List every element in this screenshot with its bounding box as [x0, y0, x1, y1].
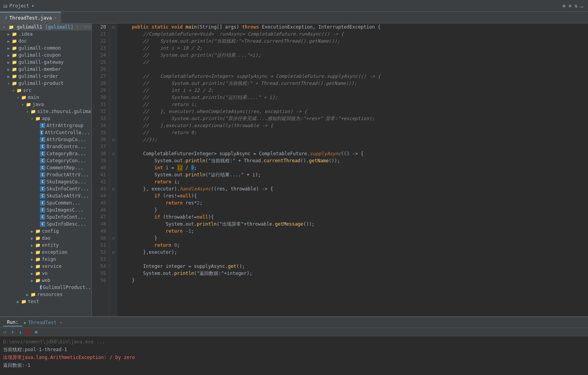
sidebar-item-product[interactable]: ▾ 📁 gulimall-product	[0, 80, 92, 87]
sidebar-item-gulimallproduct[interactable]: ▶ C GulimallProduct...	[0, 284, 92, 291]
sidebar-item-attrgroupco[interactable]: ▶ C AttrGroupCo...	[0, 136, 92, 143]
sidebar-item-doc[interactable]: ▶ 📁 doc	[0, 38, 92, 45]
sidebar-item-skuimagesco[interactable]: ▶ C SkuImagesCo...	[0, 178, 92, 185]
sidebar-item-skusaleattrv[interactable]: ▶ C SkuSaleAttrV...	[0, 192, 92, 199]
java-arrow: ▾	[20, 102, 25, 107]
sidebar-item-test[interactable]: ▶ 📁 test	[0, 298, 92, 305]
tab-close-button[interactable]: ✕	[54, 16, 56, 20]
vo-arrow: ▶	[30, 271, 34, 276]
sidebar-item-app[interactable]: ▾ 📁 app	[0, 115, 92, 122]
vo-folder-icon: 📁	[35, 271, 41, 276]
code-line-21: //CompletableFuture<Void> runAsync= Comp…	[120, 31, 585, 38]
sidebar-item-src[interactable]: ▾ 📁 src	[0, 87, 92, 94]
sidebar-item-entity[interactable]: ▶ 📁 entity	[0, 242, 92, 249]
fold-48	[110, 221, 117, 228]
class-icon-categorycon: C	[40, 158, 45, 163]
run-tab-close[interactable]: ✕	[59, 320, 62, 325]
ln-34: 34	[95, 122, 106, 129]
sidebar-item-categorybra[interactable]: ▶ C CategoryBra...	[0, 150, 92, 157]
tab-run[interactable]: Run:	[3, 319, 22, 327]
app-arrow: ▾	[30, 116, 34, 121]
sidebar-item-spuimagesc[interactable]: ▶ C SpuImagesC...	[0, 206, 92, 214]
sidebar-item-java[interactable]: ▾ 📁 java	[0, 101, 92, 108]
sidebar-item-main[interactable]: ▾ 📁 main	[0, 94, 92, 101]
code-line-37	[120, 143, 585, 150]
sidebar-item-vo[interactable]: ▶ 📁 vo	[0, 270, 92, 277]
order-label: gulimall-order	[18, 74, 58, 79]
run-toolbar: ↺ ↑ ↓ ■ ≡	[0, 328, 588, 336]
fold-56	[110, 277, 117, 284]
ln-35: 35	[95, 129, 106, 136]
class-icon-spuinfocont: C	[40, 214, 45, 220]
sidebar-item-attrcontroller[interactable]: ▶ C AttrControlle...	[0, 129, 92, 136]
idea-label: .idea	[18, 31, 32, 37]
code-line-27: // CompletableFuture<Integer> supplyAsyn…	[120, 73, 585, 80]
stop-button[interactable]: ■	[25, 329, 31, 335]
sidebar-item-order[interactable]: ▶ 📁 gulimall-order	[0, 73, 92, 80]
fold-20[interactable]: ⊟	[110, 23, 117, 31]
fold-52[interactable]: ⊟	[110, 249, 117, 256]
tab-threadtest[interactable]: J ThreadTest.java ✕	[0, 12, 61, 23]
menu-icon[interactable]: …	[581, 3, 583, 9]
sidebar-item-gateway[interactable]: ▶ 📁 gulimall-gateway	[0, 59, 92, 66]
sidebar-item-brandcontro[interactable]: ▶ C BrandContro...	[0, 143, 92, 150]
sidebar-item-spucommen[interactable]: ▶ C SpuCommen...	[0, 199, 92, 206]
fold-50[interactable]: ⊟	[110, 235, 117, 242]
sidebar-item-attratrgroup[interactable]: ▶ C AttrAttrgroup	[0, 122, 92, 129]
class-icon-spuinfodesc: C	[40, 221, 45, 227]
sidebar-item-categorycon[interactable]: ▶ C CategoryCon...	[0, 157, 92, 164]
ln-46: 46	[95, 206, 106, 214]
dropdown-arrow[interactable]: ▾	[32, 3, 34, 9]
code-line-42: return i;	[120, 178, 585, 185]
sidebar-item-spuinfocont[interactable]: ▶ C SpuInfoCont...	[0, 214, 92, 221]
sidebar-item-coupon[interactable]: ▶ 📁 gulimall-coupon	[0, 52, 92, 59]
scroll-down-button[interactable]: ↓	[17, 329, 23, 335]
web-folder-icon: 📁	[35, 278, 41, 283]
sidebar-item-commentrep[interactable]: ▶ C CommentRep...	[0, 164, 92, 171]
sidebar-item-dao[interactable]: ▶ 📁 dao	[0, 235, 92, 242]
code-line-36: //});	[120, 136, 585, 143]
settings-button[interactable]: ≡	[33, 329, 39, 335]
code-line-51: return 0;	[120, 242, 585, 249]
sidebar-item-spuinfodesc[interactable]: ▶ C SpuInfoDesc...	[0, 221, 92, 228]
ln-24: 24	[95, 52, 106, 59]
skuinfocontr-label: SkuInfoContr...	[47, 186, 89, 192]
sidebar-item-resources[interactable]: ▶ 📁 resources	[0, 291, 92, 298]
rerun-button[interactable]: ↺	[2, 329, 8, 335]
fold-38[interactable]: ⊟	[110, 150, 117, 157]
code-line-41: System.out.println("运行结果...." + i);	[120, 171, 585, 178]
sidebar-item-productattrv[interactable]: ▶ C ProductAttrV...	[0, 171, 92, 178]
list-icon[interactable]: ≡	[568, 3, 571, 9]
vo-label: vo	[42, 271, 47, 276]
settings-icon[interactable]: ⚙	[563, 3, 565, 9]
sidebar-item-config[interactable]: ▶ 📁 config	[0, 228, 92, 235]
sidebar-root[interactable]: ▾ 📁 gulimall1 [gulimall] C:\Users\eri...	[0, 23, 92, 31]
sidebar-item-exception[interactable]: ▶ 📁 exception	[0, 249, 92, 256]
fold-36[interactable]: ⊟	[110, 136, 117, 143]
sidebar-item-skuinfocontr[interactable]: ▶ C SkuInfoContr...	[0, 185, 92, 192]
code-lines[interactable]: public static void main(String[] args) t…	[117, 23, 588, 316]
fold-35	[110, 129, 117, 136]
sidebar-item-idea[interactable]: ▶ 📁 .idea	[0, 31, 92, 38]
attratrgroup-label: AttrAttrgroup	[47, 123, 83, 128]
sidebar-item-service[interactable]: ▶ 📁 service	[0, 263, 92, 270]
sidebar-item-web[interactable]: ▶ 📁 web	[0, 277, 92, 284]
site-arrow: ▾	[25, 109, 30, 114]
scroll-up-button[interactable]: ↑	[9, 329, 16, 335]
console-line-1: 当前线程:pool-1-thread-1	[3, 346, 585, 353]
sidebar-item-feign[interactable]: ▶ 📁 feign	[0, 256, 92, 263]
code-line-39: System.out.println("当前线程:" + Thread.curr…	[120, 157, 585, 164]
gulimallproduct-label: GulimallProduct...	[43, 285, 92, 290]
skusaleattrv-label: SkuSaleAttrV...	[47, 193, 89, 199]
code-editor[interactable]: 20 21 22 23 24 25 26 27 28 29 30 31 32 3…	[92, 23, 588, 316]
sidebar-item-common[interactable]: ▶ 📁 gulimall-common	[0, 45, 92, 52]
class-icon-gulimallproduct: C	[40, 285, 42, 290]
sidebar-item-site[interactable]: ▾ 📁 site.zhourui.gulimall	[0, 108, 92, 115]
ln-52: 52	[95, 249, 106, 256]
expand-icon[interactable]: ⇅	[575, 3, 577, 9]
ln-40: 40	[95, 164, 106, 171]
sidebar-item-member[interactable]: ▶ 📁 gulimall-member	[0, 66, 92, 73]
ln-21: 21	[95, 31, 106, 38]
fold-43[interactable]: ⊟	[110, 185, 117, 192]
main-label: main	[28, 95, 39, 100]
